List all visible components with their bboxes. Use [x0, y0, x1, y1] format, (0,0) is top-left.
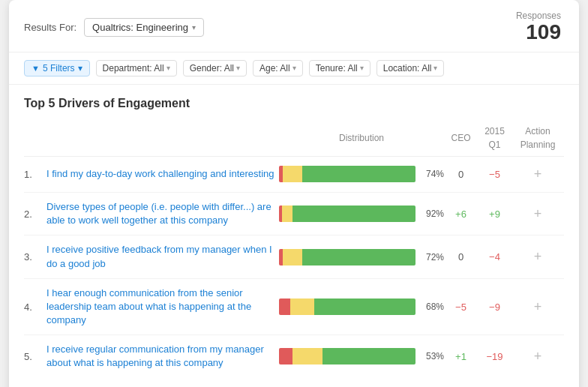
bar-green [302, 249, 416, 266]
quarter-header: 2015Q1 [478, 124, 512, 152]
action-planning-label: ActionPlanning [520, 126, 556, 151]
drivers-list: 1. I find my day-to-day work challenging… [24, 157, 564, 378]
bar-yellow [283, 249, 302, 266]
question-text[interactable]: Diverse types of people (i.e. people wit… [46, 200, 279, 227]
table-row: 2. Diverse types of people (i.e. people … [24, 193, 564, 236]
tenure-filter-label: Tenure: All [316, 63, 358, 74]
location-filter[interactable]: Location: All ▾ [376, 60, 445, 76]
bar-yellow [290, 298, 315, 315]
rank-number: 4. [24, 302, 46, 313]
delta-value: −5 [478, 169, 512, 180]
action-planning-header: ActionPlanning [512, 124, 564, 152]
table-row: 5. I receive regular communication from … [24, 335, 564, 377]
question-text[interactable]: I find my day-to-day work challenging an… [46, 167, 279, 181]
rank-number: 3. [24, 251, 46, 262]
table-row: 3. I receive positive feedback from my m… [24, 236, 564, 278]
rank-number: 1. [24, 169, 46, 180]
bar-green [302, 166, 416, 182]
distribution-label: Distribution [339, 133, 384, 143]
active-filters-label: 5 Filters [43, 63, 75, 74]
table-header: Distribution CEO 2015Q1 ActionPlanning [24, 124, 564, 157]
ceo-label: CEO [451, 133, 470, 143]
distribution-bar: 74% [279, 166, 444, 182]
bar-green [322, 348, 416, 364]
location-filter-label: Location: All [383, 63, 432, 74]
header-left: Results For: Qualtrics: Engineering ▾ [24, 18, 204, 37]
results-dropdown[interactable]: Qualtrics: Engineering ▾ [84, 18, 204, 37]
chevron-down-icon: ▾ [434, 64, 437, 72]
delta-value: −4 [478, 251, 512, 262]
distribution-bar: 68% [279, 298, 444, 315]
responses-box: Responses 109 [516, 10, 564, 44]
distribution-bar: 72% [279, 249, 444, 266]
chevron-down-icon: ▾ [78, 63, 82, 74]
responses-label: Responses [516, 10, 561, 21]
header: Results For: Qualtrics: Engineering ▾ Re… [9, 0, 579, 52]
bar-yellow [292, 348, 322, 364]
chevron-down-icon: ▾ [360, 64, 364, 72]
section-title: Top 5 Drivers of Engagement [24, 97, 564, 110]
bar-percentage: 92% [420, 208, 444, 219]
bar-green [314, 298, 416, 315]
table-row: 4. I hear enough communication from the … [24, 279, 564, 336]
ceo-value: 0 [444, 251, 478, 262]
bar-red [279, 348, 292, 364]
bar-green [292, 206, 416, 222]
ceo-value: +6 [444, 208, 478, 220]
rank-number: 2. [24, 208, 46, 220]
funnel-icon: ▼ [32, 64, 40, 73]
bar [279, 298, 416, 315]
bar [279, 348, 416, 364]
bar-percentage: 74% [420, 169, 444, 179]
distribution-header: Distribution [279, 130, 444, 144]
action-planning-cell: + [512, 207, 564, 221]
bar-percentage: 68% [420, 302, 444, 312]
question-text[interactable]: I receive regular communication from my … [46, 343, 279, 370]
distribution-bar: 92% [279, 206, 444, 222]
age-filter[interactable]: Age: All ▾ [253, 60, 303, 76]
chevron-down-icon: ▾ [236, 64, 240, 72]
bar-yellow [283, 166, 302, 182]
add-action-button[interactable]: + [528, 207, 548, 220]
results-label: Results For: [24, 22, 76, 33]
tenure-filter[interactable]: Tenure: All ▾ [309, 60, 370, 76]
bar-yellow [282, 206, 293, 222]
department-filter-label: Department: All [103, 63, 164, 74]
add-action-button[interactable]: + [528, 167, 548, 181]
active-filters-badge[interactable]: ▼ 5 Filters ▾ [24, 60, 90, 76]
question-text[interactable]: I receive positive feedback from my mana… [46, 243, 279, 270]
results-dropdown-label: Qualtrics: Engineering [92, 22, 188, 33]
action-planning-cell: + [512, 300, 564, 314]
chevron-down-icon: ▾ [166, 64, 170, 72]
add-action-button[interactable]: + [528, 350, 548, 363]
action-planning-cell: + [512, 167, 564, 182]
ceo-value: −5 [444, 302, 478, 313]
rank-number: 5. [24, 351, 46, 362]
delta-value: −9 [478, 302, 512, 313]
bar-red [279, 298, 290, 315]
main-content: Top 5 Drivers of Engagement Distribution… [9, 85, 579, 387]
table-row: 1. I find my day-to-day work challenging… [24, 157, 564, 193]
ceo-value: +1 [444, 351, 478, 362]
bar [279, 166, 416, 182]
quarter-label: 2015Q1 [484, 126, 505, 151]
department-filter[interactable]: Department: All ▾ [96, 60, 177, 76]
bar-percentage: 72% [420, 252, 444, 262]
chevron-down-icon: ▾ [292, 64, 296, 72]
bar-percentage: 53% [420, 351, 444, 362]
main-card: Results For: Qualtrics: Engineering ▾ Re… [9, 0, 579, 387]
action-planning-cell: + [512, 350, 564, 364]
question-text[interactable]: I hear enough communication from the sen… [46, 286, 279, 328]
ceo-value: 0 [444, 169, 478, 180]
add-action-button[interactable]: + [528, 300, 548, 314]
bar [279, 249, 416, 266]
ceo-header: CEO [444, 130, 478, 144]
filters-bar: ▼ 5 Filters ▾ Department: All ▾ Gender: … [9, 52, 579, 85]
add-action-button[interactable]: + [528, 250, 548, 263]
delta-value: −19 [478, 351, 512, 362]
gender-filter[interactable]: Gender: All ▾ [183, 60, 247, 76]
gender-filter-label: Gender: All [190, 63, 234, 74]
bar [279, 206, 416, 222]
chevron-down-icon: ▾ [192, 23, 196, 32]
responses-count: 109 [516, 21, 561, 44]
